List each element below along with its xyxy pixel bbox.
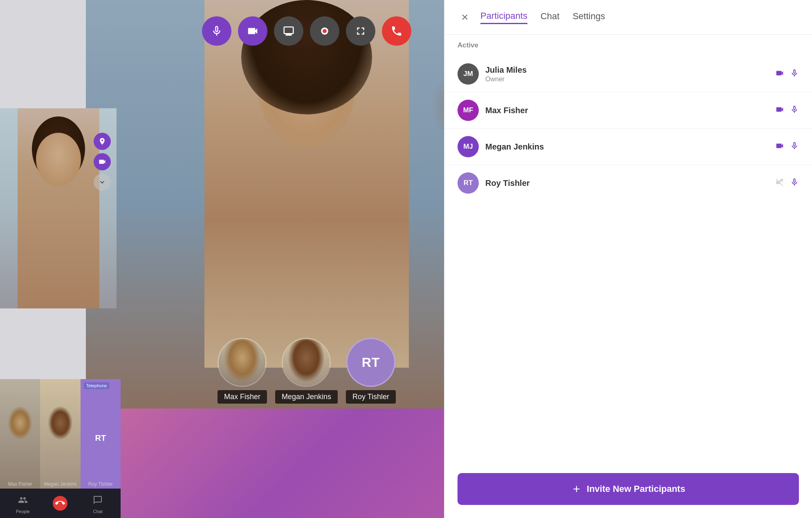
invite-button[interactable]: Invite New Participants: [458, 473, 799, 505]
strip-roy-label: Roy Tishler: [81, 481, 121, 487]
tab-chat[interactable]: Chat: [541, 11, 559, 24]
julia-miles-role: Owner: [485, 76, 769, 83]
megan-jenkins-name: Megan Jenkins: [485, 142, 769, 152]
strip-roy-tishler[interactable]: Telephone RT Roy Tishler: [81, 379, 121, 489]
participant-row-roy: RT Roy Tishler: [444, 165, 812, 201]
strip-max-label: Max Fisher: [0, 481, 40, 487]
strip-people-label: People: [16, 509, 30, 514]
megan-jenkins-info: Megan Jenkins: [485, 142, 769, 152]
bottom-strip: Max Fisher Megan Jenkins Telephone RT Ro…: [0, 379, 121, 518]
megan-jenkins-icons: [775, 141, 799, 152]
julia-mic-icon: [790, 69, 799, 80]
participant-row-megan: MJ Megan Jenkins: [444, 129, 812, 165]
strip-megan-jenkins[interactable]: Megan Jenkins: [40, 379, 80, 489]
max-fisher-icons: [775, 105, 799, 116]
roy-tishler-label: Roy Tishler: [346, 390, 396, 404]
thumb-megan-jenkins[interactable]: Megan Jenkins: [275, 338, 338, 404]
megan-mic-icon: [790, 141, 799, 152]
strip-controls: People Chat: [0, 489, 121, 518]
max-mic-icon: [790, 105, 799, 116]
julia-miles-avatar: JM: [458, 63, 479, 85]
participant-thumbnails: Max Fisher Megan Jenkins RT Roy Tishler: [86, 338, 527, 404]
participant-row-julia: JM Julia Miles Owner: [444, 56, 812, 92]
record-button[interactable]: [310, 16, 339, 46]
strip-chat-btn[interactable]: Chat: [90, 493, 105, 514]
self-video-button[interactable]: [94, 153, 111, 170]
max-video-icon: [775, 105, 784, 116]
screen-share-button[interactable]: [274, 16, 303, 46]
roy-video-icon: [775, 178, 784, 189]
max-fisher-avatar: [218, 338, 267, 387]
right-panel: Participants Chat Settings Active JM Jul…: [444, 0, 812, 518]
mute-button[interactable]: [202, 16, 231, 46]
roy-tishler-info: Roy Tishler: [485, 179, 769, 188]
strip-people-btn[interactable]: People: [16, 493, 30, 514]
strip-end-call-btn[interactable]: [53, 496, 67, 511]
thumb-roy-tishler[interactable]: RT Roy Tishler: [346, 338, 396, 404]
strip-megan-label: Megan Jenkins: [40, 481, 80, 487]
megan-jenkins-avatar: [282, 338, 331, 387]
roy-tishler-avatar: RT: [346, 338, 395, 387]
roy-tishler-name: Roy Tishler: [485, 179, 769, 188]
roy-tishler-panel-avatar: RT: [458, 172, 479, 194]
invite-button-label: Invite New Participants: [587, 484, 685, 494]
svg-point-1: [323, 29, 327, 33]
max-fisher-label: Max Fisher: [218, 390, 267, 404]
max-fisher-name: Max Fisher: [485, 106, 769, 115]
participant-row-max: MF Max Fisher: [444, 92, 812, 129]
hangup-button[interactable]: [382, 16, 411, 46]
julia-video-icon: [775, 69, 784, 80]
self-view-panel: [0, 108, 117, 308]
video-button[interactable]: [238, 16, 267, 46]
self-pin-button[interactable]: [94, 133, 111, 150]
expand-button[interactable]: [346, 16, 375, 46]
max-fisher-info: Max Fisher: [485, 106, 769, 115]
strip-participants: Max Fisher Megan Jenkins Telephone RT Ro…: [0, 379, 121, 489]
julia-miles-info: Julia Miles Owner: [485, 65, 769, 83]
megan-jenkins-label: Megan Jenkins: [275, 390, 338, 404]
self-chevron-button[interactable]: [94, 174, 111, 191]
roy-mic-icon: [790, 178, 799, 189]
max-fisher-panel-avatar: MF: [458, 100, 479, 121]
julia-miles-icons: [775, 69, 799, 80]
thumb-max-fisher[interactable]: Max Fisher: [218, 338, 267, 404]
julia-miles-name: Julia Miles: [485, 65, 769, 75]
tab-settings[interactable]: Settings: [572, 11, 605, 24]
strip-chat-label: Chat: [93, 509, 103, 514]
strip-roy-initials: RT: [95, 433, 106, 443]
strip-phone-label: Telephone: [84, 382, 110, 389]
megan-jenkins-panel-avatar: MJ: [458, 136, 479, 157]
call-controls-bar: [86, 16, 527, 46]
roy-tishler-icons: [775, 178, 799, 189]
strip-max-fisher[interactable]: Max Fisher: [0, 379, 40, 489]
self-view-controls: [94, 133, 111, 191]
megan-video-icon: [775, 141, 784, 152]
